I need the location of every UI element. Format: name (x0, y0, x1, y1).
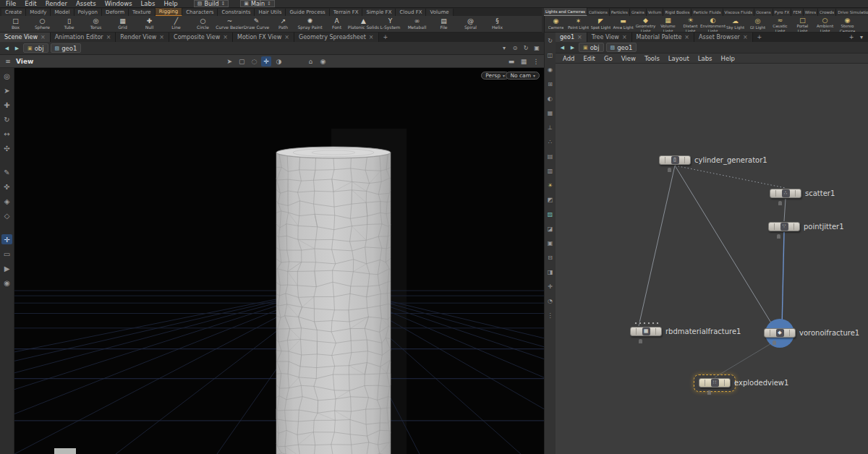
network-back-button[interactable]: ◀ (558, 43, 566, 52)
close-tab-icon[interactable]: × (284, 34, 289, 40)
node-explodedview1[interactable]: ∷ (699, 378, 731, 387)
wire-cylinder_generator1-scatter1[interactable] (675, 166, 786, 188)
sculpt-tool-icon[interactable]: ✜ (1, 181, 12, 192)
pane-tab-composite-view[interactable]: Composite View× (169, 33, 233, 42)
draw-curve-tool-button[interactable]: ✎Draw Curve (243, 16, 270, 32)
handles-display-icon[interactable]: ✛ (546, 282, 555, 291)
wireframe-toggle-icon[interactable]: ▦ (546, 108, 555, 117)
helix-tool-button[interactable]: §Helix (484, 16, 511, 32)
shelf-tab-model[interactable]: Model (51, 9, 74, 16)
shelf-tab-particles[interactable]: Particles (610, 9, 630, 16)
close-tab-icon[interactable]: × (106, 34, 111, 40)
font-tool-button[interactable]: AFont (323, 16, 350, 32)
scale-tool-icon[interactable]: ↔ (1, 129, 12, 139)
shelf-tab-polygon[interactable]: Polygon (75, 9, 103, 16)
circle-tool-button[interactable]: ○Circle (190, 16, 216, 32)
snap-tool-icon[interactable]: ◈ (1, 196, 12, 206)
frame-all-icon[interactable]: ⊞ (546, 80, 555, 88)
paint-tool-icon[interactable]: ✎ (1, 167, 12, 177)
camera-view-icon[interactable]: ◉ (318, 56, 328, 67)
layout-single-icon[interactable]: ▬ (506, 56, 516, 67)
node-rbdmaterialfracture1[interactable]: ▦ (630, 327, 662, 336)
close-tab-icon[interactable]: × (622, 34, 627, 40)
tube-tool-button[interactable]: ▯Tube (56, 16, 82, 32)
sphere-tool-button[interactable]: ○Sphere (29, 16, 56, 32)
shelf-tab-crowds[interactable]: Crowds (818, 9, 836, 16)
shelf-tab-grains[interactable]: Grains (630, 9, 647, 16)
shelf-tab-drive-simulation[interactable]: Drive Simulation (836, 9, 868, 16)
normals-toggle-icon[interactable]: ⊥ (546, 123, 555, 132)
network-menu-edit[interactable]: Edit (579, 55, 599, 62)
metaball-tool-button[interactable]: ∞Metaball (404, 16, 430, 32)
wire-scatter1-pointjitter1[interactable] (784, 199, 786, 221)
shelf-tab-lights-and-cameras[interactable]: Lights and Cameras (544, 8, 587, 16)
shelf-tab-vellum[interactable]: Vellum (647, 9, 664, 16)
close-tab-icon[interactable]: × (684, 34, 689, 40)
pin-icon[interactable]: ⊙ (511, 44, 519, 53)
network-tab-asset-browser[interactable]: Asset Browser× (694, 33, 753, 42)
fog-toggle-icon[interactable]: ▨ (546, 210, 555, 218)
camera-icon[interactable]: ◉ (546, 65, 555, 74)
portal-light-tool-button[interactable]: □Portal Light (791, 16, 814, 32)
grid-tool-button[interactable]: ▦Grid (109, 16, 136, 32)
pane-tab-render-view[interactable]: Render View× (116, 33, 169, 42)
options-icon[interactable]: ⋮ (546, 311, 555, 320)
mirror-icon[interactable]: ◨ (546, 267, 555, 276)
menu-edit[interactable]: Edit (20, 0, 41, 7)
close-tab-icon[interactable]: × (41, 34, 46, 40)
grid-toggle-icon[interactable]: ▤ (546, 152, 555, 160)
snap-toggle-icon[interactable]: ✛ (261, 56, 271, 67)
main-menu-selector[interactable]: ▣ Main ↕ (240, 0, 275, 7)
environment-light-tool-button[interactable]: ◐Environment Light (702, 16, 724, 32)
path-tool-button[interactable]: ↗Path (270, 16, 297, 32)
path-root-chip[interactable]: ▣ obj (23, 43, 48, 53)
shelf-tab-hair-utils[interactable]: Hair Utils (255, 9, 286, 16)
shelf-tab-viscous-fluids[interactable]: Viscous Fluids (723, 9, 755, 16)
menu-windows[interactable]: Windows (101, 0, 137, 7)
gi-light-tool-button[interactable]: ◎GI Light (746, 16, 769, 32)
persp-dropdown[interactable]: Persp ▾ (481, 72, 509, 80)
shelf-tab-cloud-fx[interactable]: Cloud FX (396, 9, 426, 16)
pane-menu-icon[interactable]: ≡ (3, 56, 13, 67)
handles-tool-icon[interactable]: ✛ (1, 234, 12, 244)
flipbook-icon[interactable]: ▶ (1, 263, 12, 273)
path-node-chip[interactable]: ▧ geo1 (51, 43, 82, 53)
network-menu-tools[interactable]: Tools (640, 55, 664, 62)
construction-plane-icon[interactable]: ▭ (1, 249, 12, 259)
input-port-dot[interactable] (652, 322, 655, 325)
sync-icon[interactable]: ↻ (522, 44, 530, 53)
menu-render[interactable]: Render (41, 0, 72, 7)
shelf-tab-oceans[interactable]: Oceans (754, 9, 773, 16)
snapshot-icon[interactable]: ▣ (532, 44, 541, 53)
geometry-light-tool-button[interactable]: ◆Geometry Light (634, 16, 657, 32)
add-network-tab-button[interactable]: + (753, 33, 767, 42)
measure-icon[interactable]: ⊟ (546, 253, 555, 262)
path-dropdown-icon[interactable]: ▾ (500, 44, 509, 53)
curve-tool-button[interactable]: ~Curve Bezier (216, 16, 243, 32)
caustic-light-tool-button[interactable]: ≈Caustic Light (769, 16, 791, 32)
null-tool-button[interactable]: ✚Null (136, 16, 163, 32)
group-list-icon[interactable]: ▥ (546, 166, 555, 175)
cylinder-geometry[interactable] (276, 147, 391, 454)
shelf-tab-deform[interactable]: Deform (102, 9, 129, 16)
network-root-chip[interactable]: ▣ obj (579, 43, 604, 52)
shelf-tab-volume[interactable]: Volume (426, 9, 453, 16)
shelf-tab-create[interactable]: Create (1, 9, 26, 16)
pane-tab-geometry-spreadsheet[interactable]: Geometry Spreadsheet× (294, 33, 379, 42)
network-menu-layout[interactable]: Layout (664, 55, 694, 62)
input-port-dot[interactable] (634, 322, 637, 325)
menu-file[interactable]: File (1, 0, 20, 7)
network-menu-labs[interactable]: Labs (694, 55, 717, 62)
shelf-tab-collisions[interactable]: Collisions (587, 9, 610, 16)
desktop-selector[interactable]: ▧ Build ↕ (194, 0, 229, 7)
network-menu-view[interactable]: View (617, 55, 640, 62)
close-tab-icon[interactable]: × (743, 34, 748, 40)
network-tab-material-palette[interactable]: Material Palette× (632, 33, 694, 42)
network-node-chip[interactable]: ▧ geo1 (606, 43, 637, 52)
spot-light-tool-button[interactable]: ◤Spot Light (590, 16, 612, 32)
spray-paint-tool-button[interactable]: ✺Spray Paint (297, 16, 323, 32)
shelf-tab-particle-fluids[interactable]: Particle Fluids (692, 9, 723, 16)
move-tool-icon[interactable]: ✚ (1, 100, 12, 110)
network-tab-tree-view[interactable]: Tree View× (587, 33, 632, 42)
add-pane-tab-button[interactable]: + (379, 33, 393, 42)
